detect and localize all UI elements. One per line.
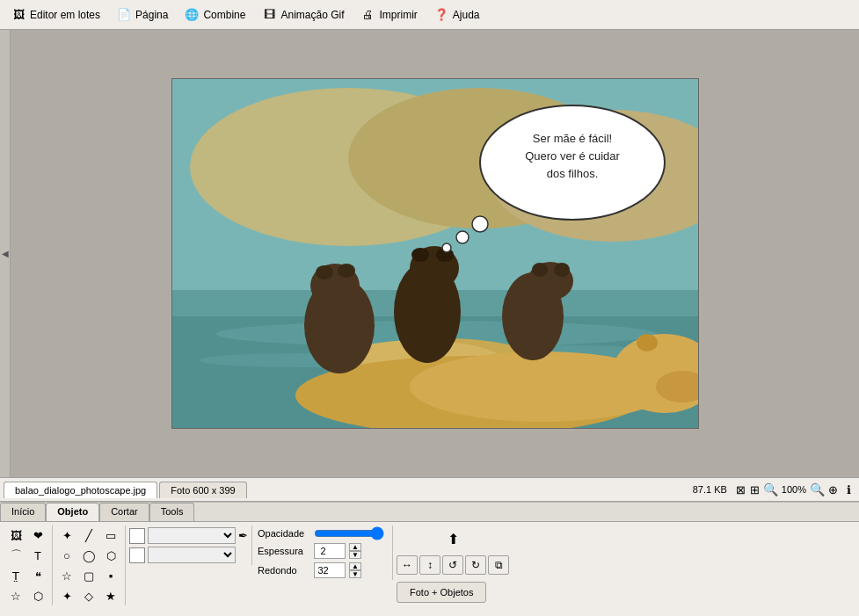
transform-row-1: ↔ ↕ ↺ ↻ ⧉ bbox=[397, 555, 509, 575]
stroke-color-swatch[interactable] bbox=[129, 528, 145, 544]
tool-circle-btn[interactable]: ◯ bbox=[78, 546, 99, 565]
fill-color-row bbox=[129, 547, 248, 563]
eyedropper-icon[interactable]: ✒ bbox=[238, 529, 248, 542]
toolbox-col1: 🖼 ❤ ⌒ T T̤ ❝ ☆ ⬡ bbox=[2, 525, 53, 605]
tool-heart-btn[interactable]: ❤ bbox=[27, 525, 48, 545]
menu-pagina[interactable]: 📄 Página bbox=[109, 4, 175, 25]
tool-diamond-btn[interactable]: ⬡ bbox=[27, 586, 48, 605]
zoom-in2-icon[interactable]: ⊕ bbox=[826, 482, 840, 496]
tab-objeto[interactable]: Objeto bbox=[46, 503, 99, 521]
tb-row-2: ⌒ T bbox=[5, 546, 48, 565]
tab-inicio[interactable]: Início bbox=[0, 503, 46, 521]
menu-imprimir[interactable]: 🖨 Imprimir bbox=[353, 4, 424, 25]
svg-point-19 bbox=[338, 264, 355, 278]
tool-lasso-btn[interactable]: ⌒ bbox=[5, 546, 26, 565]
round-down-btn[interactable]: ▼ bbox=[349, 570, 361, 578]
stroke-arrows: ▲ ▼ bbox=[349, 543, 361, 559]
menu-ajuda[interactable]: ❓ Ajuda bbox=[426, 4, 487, 25]
opacity-label: Opacidade bbox=[258, 528, 310, 539]
left-collapse-handle[interactable]: ◀ bbox=[0, 30, 11, 477]
tab-cortar[interactable]: Cortar bbox=[99, 503, 149, 521]
shape-row-4: ✦ ◇ ★ bbox=[56, 586, 121, 605]
fit-icon[interactable]: ⊠ bbox=[734, 482, 748, 496]
tool-content: 🖼 ❤ ⌒ T T̤ ❝ ☆ ⬡ ✦ ╱ ▭ ○ bbox=[0, 522, 859, 616]
tab-tools[interactable]: Tools bbox=[149, 503, 195, 521]
transform-flip-h-btn[interactable]: ↔ bbox=[397, 555, 418, 575]
zoom-level: 100% bbox=[782, 484, 806, 495]
cursor-select-icon[interactable]: ⬆ bbox=[440, 527, 465, 550]
tb-row-3: T̤ ❝ bbox=[5, 566, 48, 585]
editor-lotes-icon: 🖼 bbox=[11, 7, 26, 23]
transform-rot-cw-btn[interactable]: ↻ bbox=[465, 555, 486, 575]
tool-line-btn[interactable]: ╱ bbox=[78, 525, 99, 545]
svg-point-30 bbox=[456, 231, 469, 243]
tool-rect2-btn[interactable]: ▢ bbox=[78, 566, 99, 585]
svg-point-18 bbox=[316, 265, 333, 279]
menu-animacao-label: Animação Gif bbox=[280, 9, 344, 21]
menu-imprimir-label: Imprimir bbox=[379, 9, 417, 21]
shape-row-2: ○ ◯ ⬡ bbox=[56, 546, 121, 565]
tool-wand-btn[interactable]: ✦ bbox=[56, 525, 77, 545]
tool-star-btn[interactable]: ☆ bbox=[56, 566, 77, 585]
canvas-area: Ser mãe é fácil! Quero ver é cuidar dos … bbox=[11, 30, 859, 477]
stroke-label: Espessura bbox=[258, 546, 310, 556]
menubar: 🖼 Editor em lotes 📄 Página 🌐 Combine 🎞 A… bbox=[0, 0, 859, 30]
stroke-up-btn[interactable]: ▲ bbox=[349, 543, 361, 551]
status-tab-dimensions[interactable]: Foto 600 x 399 bbox=[159, 482, 246, 498]
transform-rot-ccw-btn[interactable]: ↺ bbox=[442, 555, 463, 575]
tb-row-4: ☆ ⬡ bbox=[5, 586, 48, 605]
tool-quote-open-btn[interactable]: T̤ bbox=[5, 566, 26, 585]
tool-star3-btn[interactable]: ★ bbox=[100, 586, 121, 605]
svg-point-28 bbox=[480, 105, 665, 220]
props-col: Opacidade Espessura ▲ ▼ Redondo ▲ ▼ bbox=[252, 525, 393, 580]
menu-pagina-label: Página bbox=[135, 9, 168, 21]
round-input[interactable] bbox=[314, 562, 346, 578]
transform-flip-v-btn[interactable]: ↕ bbox=[419, 555, 440, 575]
tool-rect-btn[interactable]: ▭ bbox=[100, 525, 121, 545]
menu-animacao[interactable]: 🎞 Animação Gif bbox=[254, 4, 351, 25]
foto-objetos-button[interactable]: Foto + Objetos bbox=[397, 582, 486, 603]
actual-size-icon[interactable]: ⊞ bbox=[748, 482, 762, 496]
image-container: Ser mãe é fácil! Quero ver é cuidar dos … bbox=[171, 78, 699, 429]
round-label: Redondo bbox=[258, 565, 310, 576]
filename-label: balao_dialogo_photoscape.jpg bbox=[15, 485, 146, 496]
tool-diamond2-btn[interactable]: ◇ bbox=[78, 586, 99, 605]
opacity-slider[interactable] bbox=[314, 527, 384, 540]
svg-text:Quero ver é cuidar: Quero ver é cuidar bbox=[525, 149, 620, 163]
bear-photo-svg: Ser mãe é fácil! Quero ver é cuidar dos … bbox=[171, 78, 699, 429]
tool-sticker-btn[interactable]: ☆ bbox=[5, 586, 26, 605]
fill-color-swatch[interactable] bbox=[129, 547, 145, 563]
dimensions-label: Foto 600 x 399 bbox=[171, 485, 235, 496]
filesize-display: 87.1 KB bbox=[693, 484, 727, 495]
tool-rect3-btn[interactable]: ▪ bbox=[100, 566, 121, 585]
foto-btn-container: Foto + Objetos bbox=[397, 582, 509, 603]
imprimir-icon: 🖨 bbox=[360, 7, 375, 23]
tool-starburst-btn[interactable]: ✦ bbox=[56, 586, 77, 605]
tool-text-btn[interactable]: T bbox=[27, 546, 48, 565]
zoom-out-icon[interactable]: 🔍 bbox=[764, 482, 778, 496]
tool-image-btn[interactable]: 🖼 bbox=[5, 525, 26, 545]
animacao-icon: 🎞 bbox=[261, 7, 277, 23]
menu-editor-lotes[interactable]: 🖼 Editor em lotes bbox=[4, 4, 107, 25]
round-row: Redondo ▲ ▼ bbox=[258, 562, 387, 578]
fill-color-dropdown[interactable] bbox=[148, 547, 236, 563]
svg-point-29 bbox=[472, 216, 488, 232]
svg-point-31 bbox=[442, 243, 451, 252]
menu-combine[interactable]: 🌐 Combine bbox=[177, 4, 252, 25]
stroke-down-btn[interactable]: ▼ bbox=[349, 551, 361, 559]
collapse-arrow-icon: ◀ bbox=[2, 249, 9, 258]
tab-row: Início Objeto Cortar Tools bbox=[0, 503, 859, 522]
tool-quote-btn[interactable]: ❝ bbox=[27, 566, 48, 585]
stroke-color-dropdown[interactable] bbox=[148, 527, 236, 544]
transform-clone-btn[interactable]: ⧉ bbox=[488, 555, 509, 575]
stroke-input[interactable] bbox=[314, 543, 346, 559]
cursor-row: ⬆ bbox=[397, 527, 509, 550]
info-icon[interactable]: ℹ bbox=[841, 482, 855, 496]
status-tab-filename[interactable]: balao_dialogo_photoscape.jpg bbox=[4, 482, 157, 498]
toolpanel: Início Objeto Cortar Tools 🖼 ❤ ⌒ T T̤ ❝ bbox=[0, 502, 859, 616]
zoom-in-icon[interactable]: 🔍 bbox=[810, 482, 824, 496]
round-up-btn[interactable]: ▲ bbox=[349, 562, 361, 570]
menu-combine-label: Combine bbox=[203, 9, 245, 21]
tool-hexagon-btn[interactable]: ⬡ bbox=[100, 546, 121, 565]
tool-ellipse-btn[interactable]: ○ bbox=[56, 546, 77, 565]
